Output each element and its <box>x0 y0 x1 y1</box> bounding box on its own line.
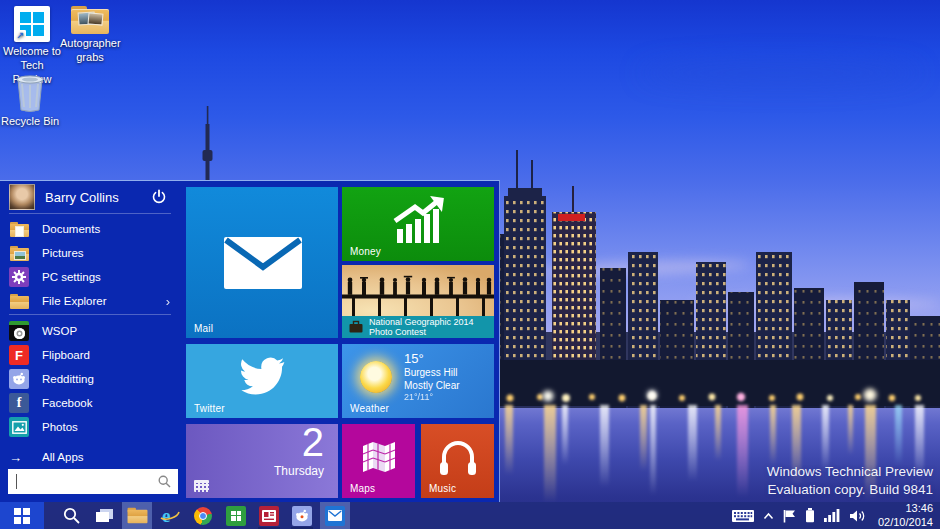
taskbar-news[interactable] <box>254 502 284 529</box>
touch-keyboard-button[interactable] <box>732 509 754 523</box>
taskbar-redditting[interactable] <box>287 502 317 529</box>
tile-label: Maps <box>350 483 375 494</box>
tile-weather[interactable]: 15° Burgess Hill Mostly Clear 21°/11° We… <box>342 344 494 418</box>
shortcut-arrow-icon: ↗ <box>15 30 26 41</box>
tile-label: Twitter <box>194 403 225 414</box>
tile-label: Music <box>429 483 456 494</box>
search-icon <box>63 507 80 524</box>
sidebar-item-redditting[interactable]: Redditting <box>0 367 180 391</box>
power-button[interactable] <box>150 188 168 206</box>
clock-time: 13:46 <box>875 502 933 516</box>
taskbar-search-button[interactable] <box>56 502 86 529</box>
divider <box>9 213 171 214</box>
build-watermark: Windows Technical Preview Evaluation cop… <box>767 463 933 499</box>
folded-map-icon <box>359 440 399 474</box>
chrome-icon <box>194 507 212 525</box>
show-hidden-icons-button[interactable] <box>763 512 774 520</box>
tile-national-geographic[interactable]: National Geographic 2014 Photo Contest <box>342 265 494 338</box>
bar-chart-arrow-icon <box>385 195 451 245</box>
start-search-box[interactable] <box>8 469 178 494</box>
all-apps-button[interactable]: → All Apps <box>0 447 180 467</box>
text-caret <box>16 474 17 489</box>
sun-icon <box>360 361 392 393</box>
folder-icon <box>9 219 29 239</box>
windows-logo-icon: ↗ <box>14 6 50 42</box>
sidebar-item-file-explorer[interactable]: File Explorer › <box>0 289 180 313</box>
search-input[interactable] <box>8 475 158 489</box>
user-name: Barry Collins <box>45 190 150 205</box>
svg-text:e: e <box>162 505 170 526</box>
arrow-right-icon: → <box>9 450 29 465</box>
tile-maps[interactable]: Maps <box>342 424 415 498</box>
windows-flag-icon <box>14 508 30 524</box>
tile-label: Mail <box>194 323 213 334</box>
taskbar: e <box>0 502 940 529</box>
network-signal-icon <box>824 509 840 522</box>
chevron-up-icon <box>763 512 774 520</box>
volume-icon <box>849 509 866 523</box>
tile-caption: National Geographic 2014 Photo Contest <box>369 317 474 338</box>
touch-keyboard-icon <box>732 509 754 523</box>
store-icon <box>226 506 246 526</box>
calendar-icon <box>194 480 209 492</box>
power-icon <box>151 189 167 205</box>
internet-explorer-icon: e <box>159 505 181 527</box>
tile-twitter[interactable]: Twitter <box>186 344 338 418</box>
tile-music[interactable]: Music <box>421 424 494 498</box>
desktop-icon-label: Welcome to <box>2 45 62 59</box>
briefcase-icon <box>348 320 364 334</box>
tile-label: Money <box>350 246 381 257</box>
tile-label: Weather <box>350 403 389 414</box>
desktop-icon-label: grabs <box>60 51 120 65</box>
taskbar-mail[interactable] <box>320 502 350 529</box>
taskbar-store[interactable] <box>221 502 251 529</box>
user-account-button[interactable]: Barry Collins <box>0 181 180 213</box>
sidebar-item-wsop[interactable]: WSOP <box>0 319 180 343</box>
envelope-icon <box>224 237 302 291</box>
taskbar-file-explorer[interactable] <box>122 502 152 529</box>
clock-date: 02/10/2014 <box>875 516 933 529</box>
sidebar-item-photos[interactable]: Photos <box>0 415 180 439</box>
task-view-icon <box>95 508 114 524</box>
taskbar-internet-explorer[interactable]: e <box>155 502 185 529</box>
tile-money[interactable]: Money <box>342 187 494 261</box>
divider <box>9 314 171 315</box>
action-center-button[interactable] <box>783 509 796 523</box>
tile-caption-bar: National Geographic 2014 Photo Contest <box>342 316 494 338</box>
folder-icon <box>9 243 29 263</box>
photo-contest-image <box>342 265 494 316</box>
avatar <box>9 184 35 210</box>
start-menu: Barry Collins Documents Pictures <box>0 180 500 502</box>
desktop-icon-recycle-bin[interactable]: Recycle Bin <box>0 72 60 129</box>
reddit-alien-icon <box>292 506 312 526</box>
sidebar-item-pictures[interactable]: Pictures <box>0 241 180 265</box>
taskbar-chrome[interactable] <box>188 502 218 529</box>
start-button[interactable] <box>0 502 44 529</box>
sidebar-item-pc-settings[interactable]: PC settings <box>0 265 180 289</box>
taskbar-clock[interactable]: 13:46 02/10/2014 <box>875 502 933 529</box>
flipboard-icon: F <box>9 345 29 365</box>
desktop-icon-autographer[interactable]: Autographer grabs <box>60 6 120 65</box>
task-view-button[interactable] <box>89 502 119 529</box>
sidebar-item-documents[interactable]: Documents <box>0 217 180 241</box>
twitter-bird-icon <box>238 357 286 397</box>
calendar-weekday: Thursday <box>274 464 324 478</box>
sidebar-item-facebook[interactable]: f Facebook <box>0 391 180 415</box>
gear-icon <box>9 267 29 287</box>
battery-icon <box>805 508 815 523</box>
network-button[interactable] <box>824 509 840 522</box>
flag-icon <box>783 509 796 523</box>
mail-envelope-icon <box>325 506 345 526</box>
tile-calendar[interactable]: 2 Thursday <box>186 424 338 498</box>
volume-button[interactable] <box>849 509 866 523</box>
folder-icon <box>9 291 29 311</box>
search-icon <box>158 475 171 488</box>
battery-button[interactable] <box>805 508 815 523</box>
sidebar-item-flipboard[interactable]: F Flipboard <box>0 343 180 367</box>
tile-mail[interactable]: Mail <box>186 187 338 338</box>
chevron-right-icon: › <box>166 294 170 309</box>
calendar-day: 2 <box>302 424 324 465</box>
reddit-alien-icon <box>9 369 29 389</box>
recycle-bin-icon <box>13 72 47 112</box>
news-icon <box>259 506 279 526</box>
